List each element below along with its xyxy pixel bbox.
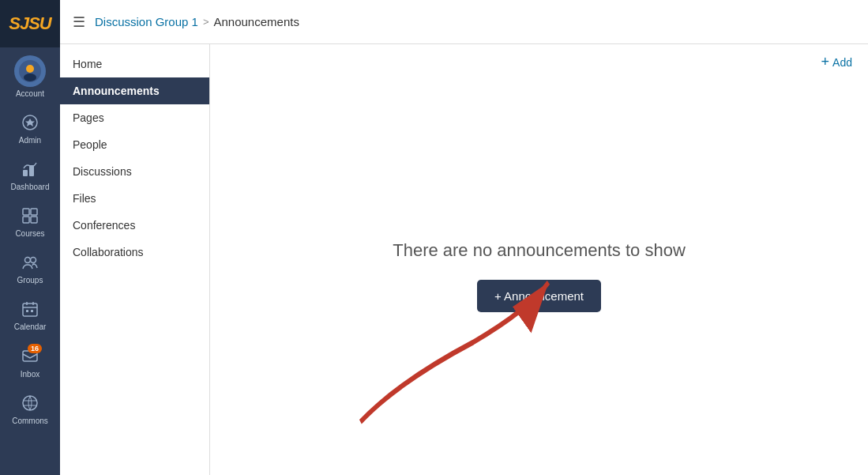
sidebar-item-commons[interactable]: Commons [0,386,60,433]
calendar-label: Calendar [14,322,47,331]
sidebar-nav-files[interactable]: Files [60,185,209,212]
sidebar-item-calendar[interactable]: Calendar [0,292,60,339]
svg-rect-18 [31,310,33,312]
svg-rect-13 [23,303,37,316]
calendar-icon [21,300,39,320]
svg-point-2 [24,74,36,81]
add-label: Add [832,56,852,69]
sjsu-logo-text: SJSU [9,13,51,34]
add-plus-icon: + [821,54,830,70]
avatar-icon [14,55,46,87]
sidebar-nav-announcements[interactable]: Announcements [60,77,209,104]
sidebar-item-inbox[interactable]: 16 Inbox [0,339,60,386]
sidebar-item-admin[interactable]: Admin [0,106,60,153]
svg-rect-9 [23,217,29,223]
svg-point-11 [25,258,31,263]
svg-rect-8 [31,209,37,215]
arrow-annotation [210,77,868,475]
groups-label: Groups [17,276,43,285]
commons-label: Commons [12,417,48,425]
svg-rect-17 [26,310,28,312]
admin-label: Admin [19,136,41,145]
page-content: + Add There are no announcements to show… [210,44,868,475]
sidebar-item-groups[interactable]: Groups [0,246,60,292]
commons-icon [21,394,39,414]
svg-rect-5 [23,170,28,176]
hamburger-icon[interactable]: ☰ [73,13,85,31]
sidebar-nav-people[interactable]: People [60,131,209,158]
svg-rect-7 [23,209,29,215]
breadcrumb-separator: > [203,16,209,28]
add-link[interactable]: + Add [821,54,852,70]
inbox-label: Inbox [21,370,39,379]
main-area: ☰ Discussion Group 1 > Announcements Hom… [60,0,868,475]
sidebar-nav-home[interactable]: Home [60,51,209,77]
sidebar-item-account[interactable]: Account [0,47,60,106]
left-nav: SJSU Account Admin [0,0,60,475]
svg-marker-4 [25,119,35,126]
svg-rect-10 [31,217,37,223]
sidebar-item-dashboard[interactable]: Dashboard [0,153,60,199]
account-label: Account [16,89,44,98]
svg-point-1 [26,65,34,73]
sidebar-nav-conferences[interactable]: Conferences [60,212,209,239]
groups-icon [21,254,39,273]
breadcrumb-current: Announcements [214,15,299,28]
course-sidebar: Home Announcements Pages People Discussi… [60,44,210,475]
dashboard-icon [21,160,39,180]
empty-message: There are no announcements to show [393,240,686,261]
content-row: Home Announcements Pages People Discussi… [60,44,868,475]
courses-icon [21,207,39,227]
sidebar-nav-discussions[interactable]: Discussions [60,158,209,185]
svg-point-20 [23,396,37,410]
courses-label: Courses [15,229,44,238]
svg-point-12 [31,258,36,263]
inbox-wrap: 16 [21,347,39,368]
admin-icon [21,114,39,134]
breadcrumb: Discussion Group 1 > Announcements [95,15,299,28]
sjsu-logo[interactable]: SJSU [0,0,60,47]
empty-state: There are no announcements to show + Ann… [210,77,868,475]
sidebar-nav-pages[interactable]: Pages [60,104,209,131]
add-announcement-button[interactable]: + Announcement [477,280,601,312]
breadcrumb-link[interactable]: Discussion Group 1 [95,15,198,28]
inbox-badge: 16 [28,344,42,353]
sidebar-nav-collaborations[interactable]: Collaborations [60,239,209,266]
page-header: + Add [210,44,868,77]
top-bar: ☰ Discussion Group 1 > Announcements [60,0,868,44]
dashboard-label: Dashboard [11,183,50,191]
sidebar-item-courses[interactable]: Courses [0,199,60,246]
